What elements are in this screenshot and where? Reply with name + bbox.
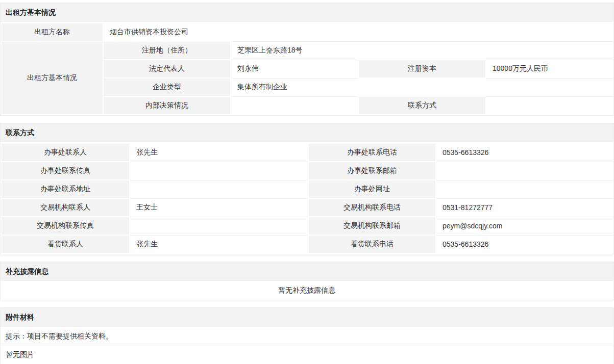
table-row: 办事处联系人 张先生 办事处联系电话 0535-6613326 bbox=[1, 143, 613, 162]
table-row: 出租方名称 烟台市供销资本投资公司 bbox=[1, 23, 613, 41]
contact-info-table: 办事处联系人 张先生 办事处联系电话 0535-6613326 办事处联系传真 … bbox=[1, 143, 613, 254]
lessor-basic-info-table: 出租方名称 烟台市供销资本投资公司 出租方基本情况 注册地（住所） 芝罘区上夼东… bbox=[1, 22, 613, 115]
section-lessor-basic-info: 出租方基本情况 出租方名称 烟台市供销资本投资公司 出租方基本情况 注册地（住所… bbox=[0, 3, 614, 116]
internal-decision-value bbox=[231, 96, 358, 115]
section-title-contact-info: 联系方式 bbox=[1, 123, 613, 143]
table-row: 暂无补充披露信息 bbox=[1, 281, 613, 300]
internal-decision-label: 内部决策情况 bbox=[103, 96, 231, 115]
office-contact-email-value bbox=[436, 162, 613, 180]
enterprise-type-label: 企业类型 bbox=[103, 78, 231, 96]
office-contact-phone-label: 办事处联系电话 bbox=[308, 143, 436, 162]
office-contact-address-value bbox=[130, 180, 308, 198]
office-website-label: 办事处网址 bbox=[308, 180, 436, 198]
table-row: 办事处联系地址 办事处网址 bbox=[1, 180, 613, 198]
lessor-name-value: 烟台市供销资本投资公司 bbox=[103, 23, 613, 41]
trading-agency-contact-fax-label: 交易机构联系传真 bbox=[1, 217, 130, 235]
lessor-basic-info-group-label: 出租方基本情况 bbox=[1, 41, 103, 115]
registered-capital-value: 10000万元人民币 bbox=[486, 60, 613, 78]
supplementary-disclosure-table: 暂无补充披露信息 bbox=[1, 281, 613, 300]
legal-representative-value: 刘永伟 bbox=[231, 60, 358, 78]
trading-agency-contact-phone-label: 交易机构联系电话 bbox=[308, 198, 436, 217]
trading-agency-contact-fax-value bbox=[130, 217, 308, 235]
office-contact-email-label: 办事处联系邮箱 bbox=[308, 162, 436, 180]
goods-viewing-contact-phone-value: 0535-6613326 bbox=[436, 235, 613, 253]
attachments-hint-text: 提示：项目不需要提供相关资料。 bbox=[1, 327, 613, 346]
office-website-value bbox=[436, 180, 613, 198]
contact-method-label: 联系方式 bbox=[358, 96, 486, 115]
goods-viewing-contact-person-value: 张先生 bbox=[130, 235, 308, 253]
no-disclosure-text: 暂无补充披露信息 bbox=[1, 281, 613, 300]
office-contact-person-label: 办事处联系人 bbox=[1, 143, 130, 162]
office-contact-person-value: 张先生 bbox=[130, 143, 308, 162]
table-row: 出租方基本情况 注册地（住所） 芝罘区上夼东路18号 bbox=[1, 41, 613, 60]
legal-representative-label: 法定代表人 bbox=[103, 60, 231, 78]
enterprise-type-value: 集体所有制企业 bbox=[231, 78, 613, 96]
registered-address-value: 芝罘区上夼东路18号 bbox=[231, 41, 613, 60]
section-title-attachments: 附件材料 bbox=[1, 308, 613, 327]
table-row: 交易机构联系人 王女士 交易机构联系电话 0531-81272777 bbox=[1, 198, 613, 217]
trading-agency-contact-email-value: peym@sdcqjy.com bbox=[436, 217, 613, 235]
goods-viewing-contact-person-label: 看货联系人 bbox=[1, 235, 130, 253]
table-row: 看货联系人 张先生 看货联系电话 0535-6613326 bbox=[1, 235, 613, 253]
attachments-table: 提示：项目不需要提供相关资料。 暂无图片 bbox=[1, 327, 613, 364]
trading-agency-contact-person-value: 王女士 bbox=[130, 198, 308, 217]
section-attachments: 附件材料 提示：项目不需要提供相关资料。 暂无图片 bbox=[0, 307, 614, 364]
no-image-text: 暂无图片 bbox=[1, 346, 613, 364]
section-title-lessor-basic-info: 出租方基本情况 bbox=[1, 3, 613, 22]
section-supplementary-disclosure: 补充披露信息 暂无补充披露信息 bbox=[0, 262, 614, 300]
table-row: 暂无图片 bbox=[1, 346, 613, 364]
office-contact-fax-label: 办事处联系传真 bbox=[1, 162, 130, 180]
registered-capital-label: 注册资本 bbox=[358, 60, 486, 78]
table-row: 交易机构联系传真 交易机构联系邮箱 peym@sdcqjy.com bbox=[1, 217, 613, 235]
table-row: 提示：项目不需要提供相关资料。 bbox=[1, 327, 613, 346]
trading-agency-contact-email-label: 交易机构联系邮箱 bbox=[308, 217, 436, 235]
goods-viewing-contact-phone-label: 看货联系电话 bbox=[308, 235, 436, 253]
office-contact-phone-value: 0535-6613326 bbox=[436, 143, 613, 162]
trading-agency-contact-phone-value: 0531-81272777 bbox=[436, 198, 613, 217]
registered-address-label: 注册地（住所） bbox=[103, 41, 231, 60]
contact-method-value bbox=[486, 96, 613, 115]
office-contact-address-label: 办事处联系地址 bbox=[1, 180, 130, 198]
section-contact-info: 联系方式 办事处联系人 张先生 办事处联系电话 0535-6613326 办事处… bbox=[0, 123, 614, 254]
lessor-name-label: 出租方名称 bbox=[1, 23, 103, 41]
trading-agency-contact-person-label: 交易机构联系人 bbox=[1, 198, 130, 217]
lessor-detail-page: 出租方基本情况 出租方名称 烟台市供销资本投资公司 出租方基本情况 注册地（住所… bbox=[0, 0, 614, 364]
table-row: 办事处联系传真 办事处联系邮箱 bbox=[1, 162, 613, 180]
section-title-supplementary-disclosure: 补充披露信息 bbox=[1, 262, 613, 281]
office-contact-fax-value bbox=[130, 162, 308, 180]
